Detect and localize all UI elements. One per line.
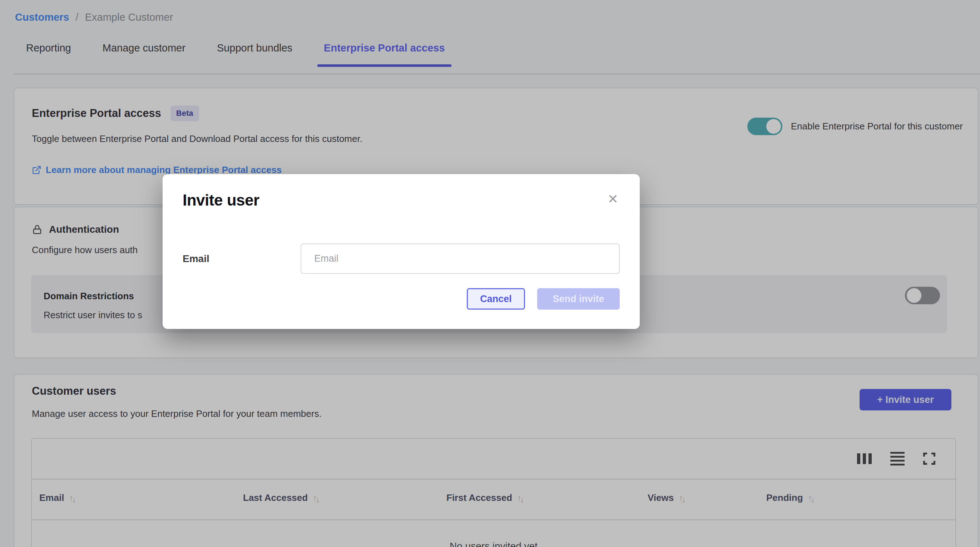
send-invite-button[interactable]: Send invite (537, 288, 620, 309)
modal-title: Invite user (183, 191, 259, 209)
close-icon[interactable]: ✕ (606, 191, 620, 207)
invite-user-modal: Invite user ✕ Email Cancel Send invite (162, 174, 640, 329)
cancel-button[interactable]: Cancel (467, 288, 525, 309)
email-label: Email (183, 253, 301, 265)
page: Customers / Example Customer Reporting M… (0, 0, 980, 547)
email-field[interactable] (301, 244, 620, 274)
